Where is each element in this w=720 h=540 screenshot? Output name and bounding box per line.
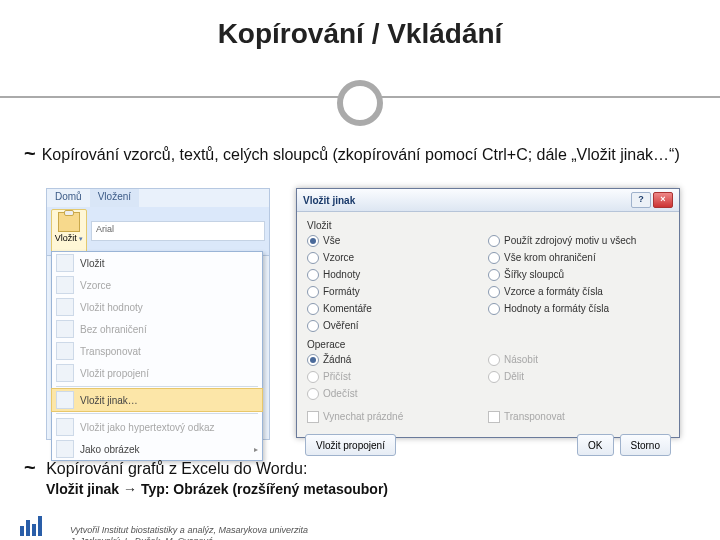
- radio-op-nasobit[interactable]: Násobit: [488, 352, 669, 367]
- dialog-title: Vložit jinak: [303, 195, 355, 206]
- bullet-2: Kopírování grafů z Excelu do Wordu: Vlož…: [46, 456, 680, 497]
- close-button[interactable]: ×: [653, 192, 673, 208]
- radio-op-delit[interactable]: Dělit: [488, 369, 669, 384]
- radio-formaty[interactable]: Formáty: [307, 284, 488, 299]
- hyperlink-icon: [56, 418, 74, 436]
- title-circle-icon: [337, 80, 383, 126]
- radio-vzorce-format[interactable]: Vzorce a formáty čísla: [488, 284, 669, 299]
- check-vynechat[interactable]: Vynechat prázdné: [307, 409, 488, 424]
- font-family-selector[interactable]: Arial: [91, 221, 265, 241]
- group-label-vlozit: Vložit: [307, 220, 669, 231]
- menu-item-transponovat[interactable]: Transponovat: [52, 340, 262, 362]
- clipboard-icon: [58, 212, 80, 232]
- transpose-icon: [56, 342, 74, 360]
- formula-icon: [56, 276, 74, 294]
- paste-dropdown-menu: Vložit Vzorce Vložit hodnoty Bez ohranič…: [51, 251, 263, 461]
- radio-hodnoty-format[interactable]: Hodnoty a formáty čísla: [488, 301, 669, 316]
- bullet-2-sub: Vložit jinak → Typ: Obrázek (rozšířený m…: [46, 481, 680, 497]
- paste-icon: [56, 254, 74, 272]
- radio-vse-krome[interactable]: Vše krom ohraničení: [488, 250, 669, 265]
- bullet-1: Kopírování vzorců, textů, celých sloupců…: [46, 142, 680, 165]
- menu-separator: [56, 413, 258, 414]
- footer-credits: Vytvořil Institut biostatistiky a analýz…: [70, 525, 308, 540]
- radio-hodnoty[interactable]: Hodnoty: [307, 267, 488, 282]
- group-label-operace: Operace: [307, 339, 669, 350]
- radio-vzorce[interactable]: Vzorce: [307, 250, 488, 265]
- tab-insert[interactable]: Vložení: [90, 189, 139, 207]
- check-transponovat[interactable]: Transponovat: [488, 409, 669, 424]
- chevron-down-icon[interactable]: ▾: [79, 235, 83, 242]
- no-border-icon: [56, 320, 74, 338]
- radio-komentare[interactable]: Komentáře: [307, 301, 488, 316]
- button-ok[interactable]: OK: [577, 434, 613, 456]
- menu-item-hyperlink[interactable]: Vložit jako hypertextový odkaz: [52, 416, 262, 438]
- paste-special-icon: [56, 391, 74, 409]
- paste-button-label: Vložit: [55, 233, 77, 243]
- values-icon: [56, 298, 74, 316]
- radio-overeni[interactable]: Ověření: [307, 318, 488, 333]
- button-storno[interactable]: Storno: [620, 434, 671, 456]
- radio-op-odecist[interactable]: Odečíst: [307, 386, 488, 401]
- radio-op-zadna[interactable]: Žádná: [307, 352, 488, 367]
- radio-motiv[interactable]: Použít zdrojový motiv u všech: [488, 233, 669, 248]
- menu-item-vlozit[interactable]: Vložit: [52, 252, 262, 274]
- radio-op-pricist[interactable]: Přičíst: [307, 369, 488, 384]
- excel-paste-menu-screenshot: Domů Vložení Vložit ▾ Arial Vložit Vzorc…: [46, 188, 270, 440]
- menu-item-hodnoty[interactable]: Vložit hodnoty: [52, 296, 262, 318]
- help-button[interactable]: ?: [631, 192, 651, 208]
- tab-home[interactable]: Domů: [47, 189, 90, 207]
- radio-vse[interactable]: Vše: [307, 233, 488, 248]
- slide-title: Kopírování / Vkládání: [0, 18, 720, 50]
- menu-item-vzorce[interactable]: Vzorce: [52, 274, 262, 296]
- radio-sirky[interactable]: Šířky sloupců: [488, 267, 669, 282]
- menu-item-bez-ohraniceni[interactable]: Bez ohraničení: [52, 318, 262, 340]
- menu-item-propojeni[interactable]: Vložit propojení: [52, 362, 262, 384]
- menu-separator: [56, 386, 258, 387]
- menu-item-jinak[interactable]: Vložit jinak…: [51, 388, 263, 412]
- iba-logo: IBA: [20, 516, 64, 540]
- paste-split-button[interactable]: Vložit ▾: [51, 209, 87, 253]
- link-icon: [56, 364, 74, 382]
- button-vlozit-propojeni[interactable]: Vložit propojení: [305, 434, 396, 456]
- paste-special-dialog: Vložit jinak ? × Vložit Vše Vzorce Hodno…: [296, 188, 680, 438]
